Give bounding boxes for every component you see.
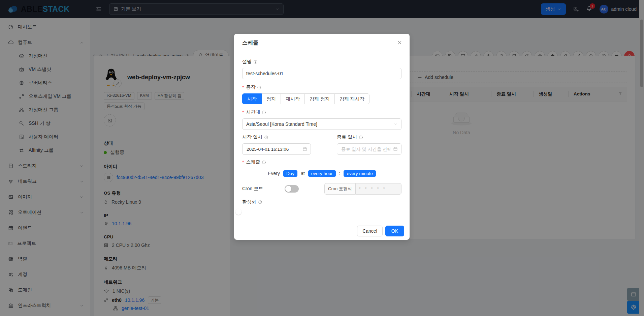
info-circle-icon[interactable] (359, 135, 363, 140)
info-circle-icon[interactable] (264, 135, 268, 140)
minute-tag[interactable]: every minute (344, 170, 376, 177)
close-icon[interactable] (397, 40, 402, 45)
modal-title: 스케줄 (242, 39, 258, 47)
description-label: 설명 (242, 59, 252, 65)
cron-mode-toggle[interactable] (285, 185, 299, 193)
cron-expression-addon: Cron 표현식 (324, 183, 355, 195)
end-date-input[interactable] (341, 146, 391, 152)
info-circle-icon[interactable] (257, 85, 261, 90)
day-tag[interactable]: Day (283, 170, 297, 177)
action-radio-group: 시작정지재시작강제 정지강제 재시작 (242, 93, 401, 104)
end-date-label: 종료 일시 (337, 134, 357, 140)
cancel-button[interactable]: Cancel (357, 226, 383, 236)
action-option[interactable]: 시작 (242, 93, 262, 104)
info-circle-icon[interactable] (262, 160, 266, 165)
calendar-icon (302, 147, 307, 151)
action-option[interactable]: 강제 정지 (304, 93, 335, 104)
timezone-select[interactable]: Asia/Seoul [Korea Standard Time] (242, 118, 401, 130)
ok-button[interactable]: OK (385, 226, 404, 236)
active-label: 활성화 (242, 199, 256, 205)
schedule-modal: 스케줄 설명 * 동작 시작정지재시작강제 정지강제 재시작 * 시간대 Asi… (234, 34, 410, 240)
cron-mode-label: Cron 모드 (242, 186, 285, 192)
action-option[interactable]: 강제 재시작 (334, 93, 369, 104)
start-date-picker[interactable] (242, 143, 311, 155)
schedule-summary: Every Day at every hour : every minute (242, 169, 401, 178)
info-circle-icon[interactable] (253, 60, 258, 64)
action-option[interactable]: 재시작 (281, 93, 305, 104)
timezone-label: 시간대 (246, 109, 260, 115)
start-date-label: 시작 일시 (242, 134, 262, 140)
action-label: 동작 (246, 84, 255, 90)
end-date-picker[interactable] (337, 143, 401, 155)
chevron-down-icon (394, 122, 397, 126)
info-circle-icon[interactable] (258, 200, 262, 204)
description-input[interactable] (242, 68, 401, 79)
cron-expression-input[interactable] (355, 183, 401, 195)
schedule-label: 스케줄 (246, 159, 260, 165)
hour-tag[interactable]: every hour (308, 170, 336, 177)
action-option[interactable]: 정지 (261, 93, 281, 104)
calendar-icon (393, 147, 398, 151)
start-date-input[interactable] (246, 146, 300, 152)
info-circle-icon[interactable] (262, 110, 266, 115)
